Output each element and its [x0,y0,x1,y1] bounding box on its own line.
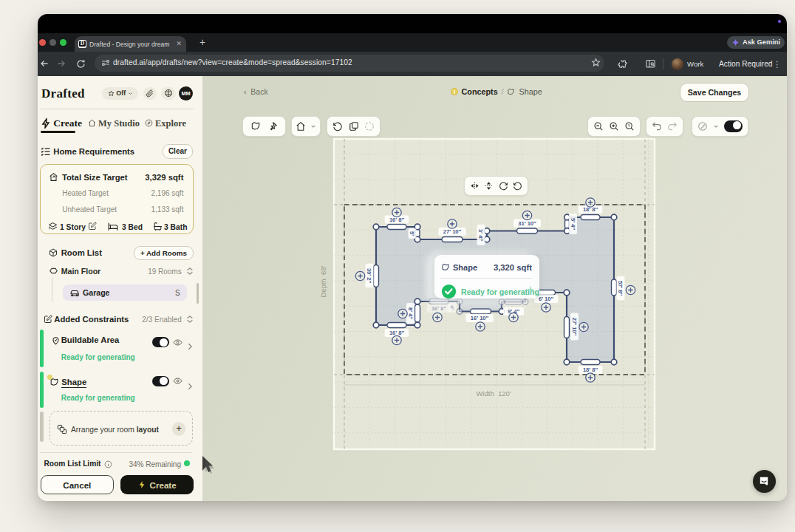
svg-text:39′ 2″: 39′ 2″ [366,268,372,284]
svg-text:16′ 8″: 16′ 8″ [431,305,447,312]
svg-text:Depth 68': Depth 68' [319,265,327,297]
svg-text:Width 120': Width 120' [476,389,511,398]
svg-text:6′ 10″: 6′ 10″ [539,296,554,302]
svg-text:8′ 4″: 8′ 4″ [407,307,414,319]
svg-text:16′ 10″: 16′ 10″ [471,315,489,321]
svg-text:18′ 8″: 18′ 8″ [583,366,598,373]
svg-text:57′ 8″: 57′ 8″ [617,281,624,296]
svg-text:27′ 10″: 27′ 10″ [571,318,578,336]
svg-text:5′ 4″: 5′ 4″ [570,218,576,230]
svg-text:3′ 4″: 3′ 4″ [477,229,484,241]
svg-text:27′ 10″: 27′ 10″ [443,228,462,235]
svg-text:31′ 10″: 31′ 10″ [518,220,536,227]
svg-text:5′: 5′ [409,231,415,236]
